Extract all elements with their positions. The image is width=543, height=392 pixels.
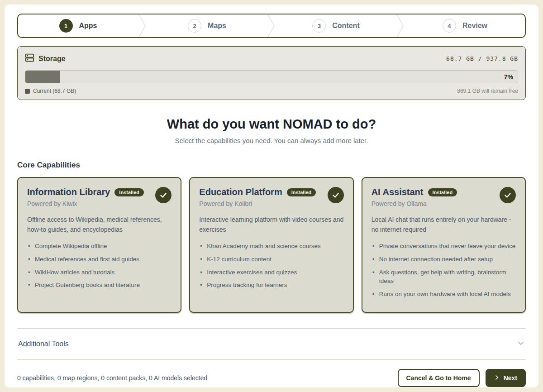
step-separator-chevron-icon xyxy=(138,14,147,37)
legend-current-swatch xyxy=(25,89,30,94)
step-maps[interactable]: 2 Maps xyxy=(147,14,267,37)
page-subtitle: Select the capabilities you need. You ca… xyxy=(17,137,526,144)
feature-item: Private conversations that never leave y… xyxy=(372,242,516,251)
step-label: Review xyxy=(462,22,487,30)
capability-card-education-platform[interactable]: Education Platform Installed Powered by … xyxy=(189,177,353,313)
storage-usage-text: 68.7 GB / 937.8 GB xyxy=(446,55,518,62)
step-review[interactable]: 4 Review xyxy=(405,14,525,37)
installed-badge: Installed xyxy=(428,188,457,196)
selected-check-icon xyxy=(155,187,171,203)
page-background: 1 Apps 2 Maps 3 Content 4 Review xyxy=(0,0,543,392)
feature-item: Runs on your own hardware with local AI … xyxy=(372,290,516,299)
step-separator-chevron-icon xyxy=(267,14,276,37)
chevron-down-icon[interactable] xyxy=(517,339,525,349)
storage-progress-bar: 7% xyxy=(25,70,518,83)
main-panel: 1 Apps 2 Maps 3 Content 4 Review xyxy=(5,5,538,387)
feature-item: Interactive exercises and quizzes xyxy=(199,268,343,277)
cancel-go-home-button[interactable]: Cancel & Go to Home xyxy=(398,369,480,387)
core-capabilities-heading: Core Capabilities xyxy=(17,161,526,170)
powered-by-label: Powered by Ollama xyxy=(372,200,457,207)
additional-tools-label: Additional Tools xyxy=(18,340,69,348)
step-content[interactable]: 3 Content xyxy=(276,14,396,37)
feature-item: K-12 curriculum content xyxy=(199,255,343,264)
feature-item: Progress tracking for learners xyxy=(199,281,343,290)
card-description: Offline access to Wikipedia, medical ref… xyxy=(27,215,171,234)
page-title: What do you want NOMAD to do? xyxy=(17,117,526,132)
step-apps[interactable]: 1 Apps xyxy=(18,14,138,37)
step-label: Apps xyxy=(79,22,97,30)
powered-by-label: Powered by Kolibri xyxy=(199,200,316,207)
storage-percent-label: 7% xyxy=(504,73,513,81)
storage-drive-icon xyxy=(25,53,34,64)
card-feature-list: Complete Wikipedia offline Medical refer… xyxy=(27,242,171,289)
powered-by-label: Powered by Kiwix xyxy=(27,200,144,207)
capability-card-ai-assistant[interactable]: AI Assistant Installed Powered by Ollama… xyxy=(362,177,526,313)
storage-remaining-label: 869.1 GB will remain free xyxy=(457,88,518,94)
wizard-stepper: 1 Apps 2 Maps 3 Content 4 Review xyxy=(17,14,526,38)
feature-item: Ask questions, get help with writing, br… xyxy=(372,268,516,286)
selection-summary: 0 capabilities, 0 map regions, 0 content… xyxy=(17,374,207,382)
installed-badge: Installed xyxy=(114,188,144,196)
storage-title: Storage xyxy=(38,55,66,63)
storage-progress-fill xyxy=(25,71,60,83)
step-label: Maps xyxy=(208,22,226,30)
card-title: Education Platform xyxy=(199,187,282,197)
card-description: Interactive learning platform with video… xyxy=(199,215,343,234)
card-feature-list: Khan Academy math and science courses K-… xyxy=(199,242,343,289)
step-number-badge: 4 xyxy=(443,19,456,33)
feature-item: Project Gutenberg books and literature xyxy=(27,281,171,290)
capability-card-information-library[interactable]: Information Library Installed Powered by… xyxy=(17,177,181,313)
step-number-badge: 1 xyxy=(59,19,73,33)
step-label: Content xyxy=(332,22,359,30)
legend-current-label: Current (68.7 GB) xyxy=(33,88,76,94)
next-button[interactable]: Next xyxy=(486,369,526,387)
capability-cards-row: Information Library Installed Powered by… xyxy=(17,177,526,313)
additional-tools-toggle[interactable]: Additional Tools xyxy=(17,329,526,359)
card-title: AI Assistant xyxy=(372,187,424,197)
card-description: Local AI chat that runs entirely on your… xyxy=(372,215,516,234)
installed-badge: Installed xyxy=(287,188,316,196)
chevron-right-icon xyxy=(494,374,500,382)
feature-item: Khan Academy math and science courses xyxy=(199,242,343,251)
feature-item: No internet connection needed after setu… xyxy=(372,255,516,264)
step-separator-chevron-icon xyxy=(396,14,405,37)
step-number-badge: 3 xyxy=(312,19,326,33)
storage-panel: Storage 68.7 GB / 937.8 GB 7% Current (6… xyxy=(17,46,526,100)
selected-check-icon xyxy=(328,187,344,203)
next-button-label: Next xyxy=(504,374,517,382)
wizard-footer: 0 capabilities, 0 map regions, 0 content… xyxy=(17,360,526,387)
feature-item: WikiHow articles and tutorials xyxy=(27,268,171,277)
feature-item: Medical references and first aid guides xyxy=(27,255,171,264)
card-feature-list: Private conversations that never leave y… xyxy=(372,242,516,298)
step-number-badge: 2 xyxy=(188,19,201,33)
feature-item: Complete Wikipedia offline xyxy=(27,242,171,251)
selected-check-icon xyxy=(500,187,516,203)
card-title: Information Library xyxy=(27,187,110,197)
